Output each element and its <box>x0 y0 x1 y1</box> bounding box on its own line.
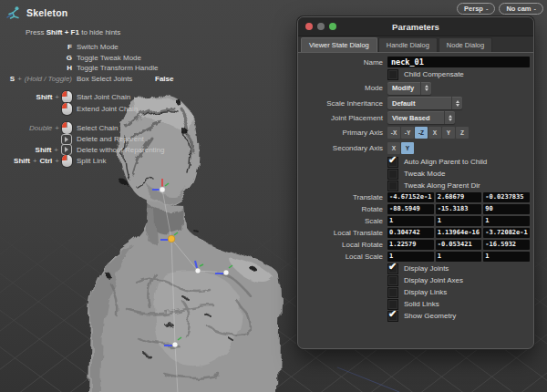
no-cam-label: No cam <box>506 5 531 13</box>
tool-title: Skeleton <box>26 8 67 18</box>
stepper-icon <box>444 111 455 124</box>
zoom-button[interactable] <box>329 23 336 30</box>
local-translate-row: Local Translate 0.304742 1.13964e-16 -3.… <box>302 227 530 239</box>
tool-hints-overlay: Skeleton Press Shift + F1 to hide hints … <box>5 4 165 167</box>
primary-axis-option[interactable]: -Z <box>415 127 428 139</box>
hint-row: Double+ Select Chain <box>5 122 165 134</box>
no-cam-button[interactable]: No cam - <box>499 3 543 15</box>
rotate-x-field[interactable]: -88.5949 <box>387 204 434 214</box>
secondary-axis-label: Secondary Axis <box>302 144 387 152</box>
skeleton-tool-icon <box>5 5 22 20</box>
tweak-mode-checkbox[interactable]: ✔ <box>387 169 398 180</box>
mmb-icon <box>61 144 72 155</box>
minimize-button[interactable] <box>317 23 325 30</box>
checkbox-row: ✔ Tweak Mode <box>302 168 530 180</box>
viewport[interactable]: Persp - No cam - Skeleton Press Shift + … <box>0 0 547 392</box>
primary-axis-option[interactable]: -X <box>387 127 400 139</box>
tab-viewer-state-dialog[interactable]: Viewer State Dialog <box>301 37 377 52</box>
tweak-along-parent-checkbox[interactable]: ✔ <box>387 181 398 191</box>
window-title: Parameters <box>392 22 439 32</box>
hint-row: Delete and Reparent <box>5 134 165 145</box>
hide-hints-line: Press Shift + F1 to hide hints <box>26 27 165 37</box>
hint-row: Shift+ Delete without Reparenting <box>5 145 165 156</box>
primary-axis-option[interactable]: Z <box>456 127 469 139</box>
hint-row: Shift+Ctrl+ Split Link <box>5 155 165 167</box>
local-scale-z-field[interactable]: 1 <box>483 252 530 262</box>
box-select-value: False <box>155 74 173 84</box>
persp-camera-label: Persp <box>464 5 483 13</box>
secondary-axis-group: X Y <box>387 142 414 154</box>
scale-z-field[interactable]: 1 <box>483 216 530 226</box>
lmb-icon <box>62 155 72 167</box>
local-translate-y-field[interactable]: 1.13964e-16 <box>436 228 482 238</box>
checkbox-row: ✔ Tweak Along Parent Dir <box>302 180 530 191</box>
scale-row: Scale 1 1 1 <box>302 215 530 227</box>
primary-axis-option[interactable]: X <box>428 127 441 139</box>
display-joints-checkbox[interactable]: ✔ <box>387 263 398 274</box>
primary-axis-label: Primary Axis <box>302 129 387 137</box>
local-rotate-row: Local Rotate 1.22579 -0.053421 -16.5932 <box>302 239 530 251</box>
display-links-checkbox[interactable]: ✔ <box>387 287 398 298</box>
rotate-z-field[interactable]: 90 <box>483 204 530 214</box>
child-compensate-row: ✔ Child Compensate <box>302 68 530 80</box>
name-input[interactable]: neck_01 <box>387 57 530 67</box>
menu-dash-icon: - <box>486 5 489 13</box>
lmb-icon <box>62 122 72 134</box>
persp-camera-button[interactable]: Persp - <box>457 3 495 15</box>
primary-axis-option[interactable]: -Y <box>401 127 414 139</box>
checkbox-row: ✔ Show Geometry <box>302 310 530 322</box>
local-translate-x-field[interactable]: 0.304742 <box>387 228 434 238</box>
translate-z-field[interactable]: -0.0237835 <box>483 192 530 202</box>
hint-row: F Switch Mode <box>5 42 165 53</box>
local-rotate-z-field[interactable]: -16.5932 <box>483 240 530 250</box>
translate-x-field[interactable]: -4.67152e-1 <box>387 192 434 202</box>
scale-inheritance-dropdown[interactable]: Default <box>387 97 462 109</box>
tab-node-dialog[interactable]: Node Dialog <box>439 37 492 52</box>
hint-row: G Toggle Tweak Mode <box>5 53 165 64</box>
primary-axis-group: -X -Y -Z X Y Z <box>387 127 469 139</box>
translate-row: Translate -4.67152e-1 2.68679 -0.0237835 <box>302 191 530 203</box>
tab-handle-dialog[interactable]: Handle Dialog <box>378 37 438 52</box>
auto-align-checkbox[interactable]: ✔ <box>387 157 398 168</box>
secondary-axis-option[interactable]: Y <box>401 142 414 154</box>
scale-inheritance-row: Scale Inheritance Default <box>302 96 530 110</box>
secondary-axis-option[interactable]: X <box>387 142 400 154</box>
checkbox-row: ✔ Display Links <box>302 286 530 298</box>
hint-row: H Toggle Transform Handle <box>5 63 165 74</box>
scale-y-field[interactable]: 1 <box>436 216 482 226</box>
lmb-icon <box>62 103 72 115</box>
check-icon: ✔ <box>388 308 397 320</box>
local-scale-row: Local Scale 1 1 1 <box>302 251 530 263</box>
local-rotate-y-field[interactable]: -0.053421 <box>436 240 482 250</box>
show-geometry-checkbox[interactable]: ✔ <box>387 311 398 322</box>
local-scale-y-field[interactable]: 1 <box>436 252 482 262</box>
checkbox-row: ✔ Display Joint Axes <box>302 274 530 286</box>
rotate-y-field[interactable]: -15.3183 <box>436 204 482 214</box>
child-compensate-checkbox[interactable]: ✔ <box>387 69 398 80</box>
lmb-icon <box>62 91 72 103</box>
dialog-tabbar: Viewer State Dialog Handle Dialog Node D… <box>298 36 533 53</box>
mode-row: Mode Modify <box>302 80 530 96</box>
scale-x-field[interactable]: 1 <box>387 216 434 226</box>
display-joint-axes-checkbox[interactable]: ✔ <box>387 275 398 286</box>
hint-row: Extend Joint Chain <box>5 103 165 115</box>
hint-row-box-select: S + (Hold / Toggle) Box Select Joints Fa… <box>5 74 165 85</box>
mode-label: Mode <box>302 84 387 92</box>
menu-dash-icon: - <box>534 5 537 13</box>
mmb-icon <box>61 134 72 145</box>
stepper-icon <box>451 97 462 109</box>
primary-axis-option[interactable]: Y <box>442 127 455 139</box>
local-translate-z-field[interactable]: -3.72082e-1 <box>483 228 530 238</box>
close-button[interactable] <box>305 23 313 30</box>
mode-dropdown[interactable]: Modify <box>387 82 431 95</box>
scale-inheritance-label: Scale Inheritance <box>302 99 387 108</box>
hint-row: Shift+ Start Joint Chain <box>5 91 165 103</box>
stepper-icon <box>420 82 431 95</box>
joint-placement-row: Joint Placement View Based <box>302 110 530 125</box>
joint-placement-dropdown[interactable]: View Based <box>387 111 455 124</box>
window-titlebar[interactable]: Parameters <box>298 17 533 36</box>
check-icon: ✔ <box>388 261 397 273</box>
checkbox-row: ✔ Auto Align Parent to Child <box>302 156 530 168</box>
translate-y-field[interactable]: 2.68679 <box>436 192 482 202</box>
local-rotate-x-field[interactable]: 1.22579 <box>387 240 434 250</box>
